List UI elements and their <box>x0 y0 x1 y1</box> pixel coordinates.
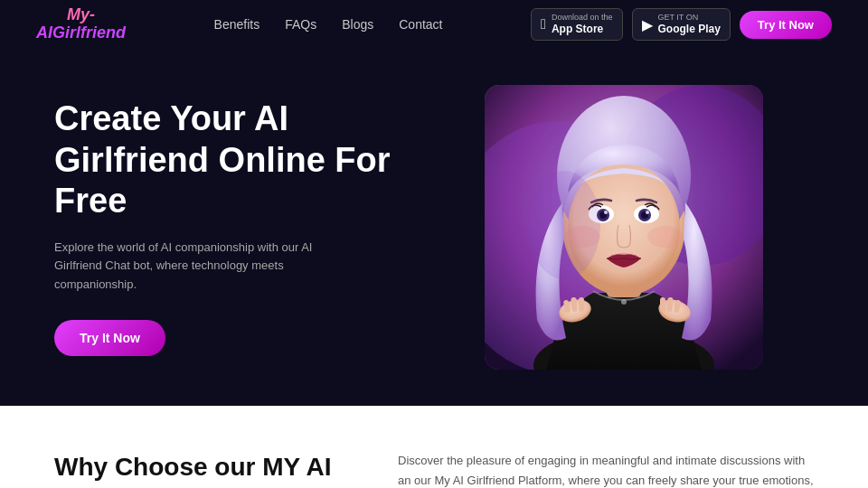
svg-point-21 <box>528 171 600 279</box>
googleplay-name: Google Play <box>658 23 721 35</box>
why-title: Why Choose our MY AI Girlfriend platform… <box>54 451 344 488</box>
hero-image-area <box>434 85 814 370</box>
googleplay-button[interactable]: ▶ GET IT ON Google Play <box>632 8 731 40</box>
appstore-sub: Download on the <box>552 13 613 23</box>
why-section: Why Choose our MY AI Girlfriend platform… <box>0 406 868 488</box>
hero-content: Create Your AI Girlfriend Online For Fre… <box>54 99 434 356</box>
svg-point-20 <box>647 226 684 248</box>
hero-subtitle: Explore the world of AI companionship wi… <box>54 239 344 295</box>
portrait-svg <box>485 85 763 370</box>
googleplay-icon: ▶ <box>642 16 653 33</box>
try-now-hero-button[interactable]: Try It Now <box>54 320 165 356</box>
hero-portrait <box>485 85 763 370</box>
nav-blogs[interactable]: Blogs <box>342 17 373 32</box>
why-left: Why Choose our MY AI Girlfriend platform… <box>54 451 344 488</box>
try-now-header-button[interactable]: Try It Now <box>740 11 832 39</box>
logo-line1: My- <box>36 6 126 24</box>
svg-point-4 <box>621 299 627 305</box>
svg-point-14 <box>604 211 608 214</box>
apple-icon:  <box>541 16 546 33</box>
logo: My- AIGirlfriend <box>36 6 126 42</box>
svg-point-18 <box>646 211 649 214</box>
appstore-name: App Store <box>552 23 613 35</box>
nav-faqs[interactable]: FAQs <box>285 17 316 32</box>
logo-line2: AIGirlfriend <box>36 24 126 42</box>
hero-section: Create Your AI Girlfriend Online For Fre… <box>0 49 868 406</box>
nav-contact[interactable]: Contact <box>399 17 442 32</box>
site-header: My- AIGirlfriend Benefits FAQs Blogs Con… <box>0 0 868 49</box>
svg-rect-29 <box>660 297 665 312</box>
googleplay-sub: GET IT ON <box>658 13 721 23</box>
svg-rect-26 <box>579 297 584 312</box>
nav-benefits[interactable]: Benefits <box>214 17 260 32</box>
hero-title: Create Your AI Girlfriend Online For Fre… <box>54 99 434 222</box>
appstore-button[interactable]:  Download on the App Store <box>531 8 622 40</box>
why-right: Discover the pleasure of engaging in mea… <box>398 451 814 488</box>
why-description: Discover the pleasure of engaging in mea… <box>398 451 814 488</box>
header-right:  Download on the App Store ▶ GET IT ON … <box>531 8 832 40</box>
main-nav: Benefits FAQs Blogs Contact <box>214 17 443 32</box>
